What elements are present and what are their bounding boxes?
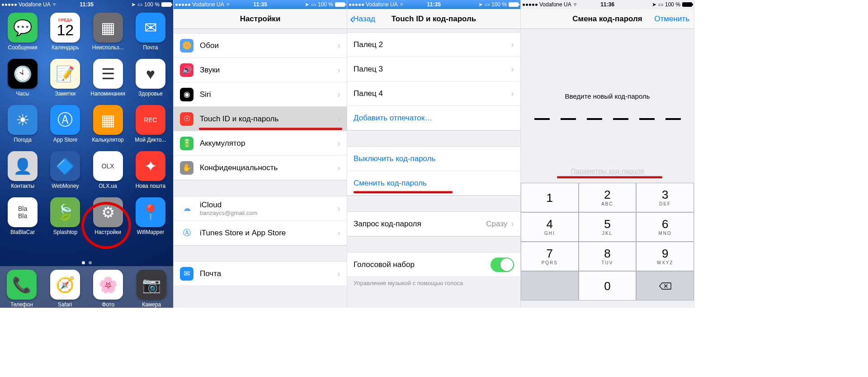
app-webmoney[interactable]: 🔷WebMoney xyxy=(45,151,85,189)
app-tile: Ⓐ xyxy=(50,105,80,135)
nav-bar: Настройки xyxy=(174,9,347,29)
app-label: Телефон xyxy=(10,301,33,308)
app-tile: ▦ xyxy=(93,13,123,43)
app-label: Погода xyxy=(14,137,32,143)
passcode-request-row[interactable]: Запрос код-пароля Сразу › xyxy=(347,212,520,236)
app-label: Заметки xyxy=(55,91,75,97)
keypad-delete[interactable] xyxy=(636,271,694,301)
fingerprint-row[interactable]: Палец 4› xyxy=(347,81,520,106)
settings-row-siri[interactable]: ◉Siri› xyxy=(174,82,347,107)
keypad-key-8[interactable]: 8TUV xyxy=(579,242,637,271)
keypad-key-3[interactable]: 3DEF xyxy=(636,183,694,212)
row-icon: ☁ xyxy=(180,202,193,215)
app-tile: ☰ xyxy=(93,59,123,89)
orientation-icon: ▭ xyxy=(137,1,142,8)
keypad-key-6[interactable]: 6MNO xyxy=(636,212,694,242)
row-label: Аккумулятор xyxy=(200,139,337,148)
app-tile: ✦ xyxy=(136,151,165,181)
app-tile: Bla Bla xyxy=(8,197,38,227)
settings-row-почта[interactable]: ✉Почта› xyxy=(174,262,347,286)
orientation-icon: ▭ xyxy=(311,1,316,8)
app-label: BlaBlaCar xyxy=(10,229,35,235)
app-label: Калькулятор xyxy=(92,137,124,143)
voice-dial-row[interactable]: Голосовой набор xyxy=(347,253,520,277)
turn-off-passcode-row[interactable]: Выключить код-пароль xyxy=(347,147,520,171)
location-icon: ➤ xyxy=(478,1,483,8)
cancel-button[interactable]: Отменить xyxy=(654,9,689,29)
app-мой-дикто-[interactable]: RECМой Дикто... xyxy=(131,105,170,143)
orientation-icon: ▭ xyxy=(485,1,490,8)
app-настройки[interactable]: ⚙Настройки xyxy=(88,197,128,235)
settings-row-конфиденциальность[interactable]: ✋Конфиденциальность› xyxy=(174,156,347,180)
page-title: Настройки xyxy=(240,14,281,24)
settings-row-touch-id-и-код-пароль[interactable]: ☉Touch ID и код-пароль› xyxy=(174,107,347,131)
keypad-key-4[interactable]: 4GHI xyxy=(521,212,579,242)
keypad-key-7[interactable]: 7PQRS xyxy=(521,242,579,271)
app-tile: ⚙ xyxy=(93,197,123,227)
app-напоминания[interactable]: ☰Напоминания xyxy=(88,59,128,97)
fingerprint-label: Палец 4 xyxy=(354,89,511,98)
app-tile: ☀ xyxy=(8,105,38,135)
app-контакты[interactable]: 👤Контакты xyxy=(3,151,42,189)
settings-row-itunes-store-и-app-store[interactable]: ⒶiTunes Store и App Store› xyxy=(174,221,347,245)
app-splashtop[interactable]: 🍃Splashtop xyxy=(45,197,85,235)
app-tile: 👤 xyxy=(8,151,38,181)
fingerprint-row[interactable]: Палец 3› xyxy=(347,57,520,81)
app-заметки[interactable]: 📝Заметки xyxy=(45,59,85,97)
settings-row-аккумулятор[interactable]: 🔋Аккумулятор› xyxy=(174,131,347,156)
app-app-store[interactable]: ⒶApp Store xyxy=(45,105,85,143)
page-title: Смена код-пароля xyxy=(572,14,642,24)
app-wifimapper[interactable]: 📍WifiMapper xyxy=(131,197,170,235)
settings-row-icloud[interactable]: ☁iCloudbanzaycs@gmail.com› xyxy=(174,196,347,221)
toggle-on[interactable] xyxy=(491,258,514,272)
passcode-options-link[interactable]: Параметры код-пароля xyxy=(571,167,644,175)
chevron-right-icon: › xyxy=(511,64,514,74)
app-label: WebMoney xyxy=(52,183,79,189)
app-здоровье[interactable]: ♥Здоровье xyxy=(131,59,170,97)
app-сообщения[interactable]: 💬Сообщения xyxy=(3,13,42,51)
keypad-key-2[interactable]: 2ABC xyxy=(579,183,637,212)
chevron-right-icon: › xyxy=(337,268,340,279)
app-телефон[interactable]: 📞Телефон xyxy=(7,270,37,308)
row-icon: 🌼 xyxy=(180,39,193,52)
app-почта[interactable]: ✉Почта xyxy=(131,13,170,51)
app-tile: 🔷 xyxy=(50,151,80,181)
settings-row-звуки[interactable]: 🔊Звуки› xyxy=(174,58,347,82)
app-tile: OLX xyxy=(93,151,123,181)
app-камера[interactable]: 📷Камера xyxy=(137,270,166,308)
back-button[interactable]: ‹ Назад xyxy=(350,9,375,29)
app-неиспольз-[interactable]: ▦Неиспольз... xyxy=(88,13,128,51)
settings-row-обои[interactable]: 🌼Обои› xyxy=(174,33,347,58)
app-olx-ua[interactable]: OLXOLX.ua xyxy=(88,151,128,189)
app-часы[interactable]: 🕙Часы xyxy=(3,59,42,97)
keypad-key-1[interactable]: 1 xyxy=(521,183,579,212)
fingerprint-row[interactable]: Палец 2› xyxy=(347,33,520,57)
keypad-key-9[interactable]: 9WXYZ xyxy=(636,242,694,271)
app-label: Safari xyxy=(58,301,72,308)
highlight-underline xyxy=(354,191,453,193)
settings-list: 🌼Обои›🔊Звуки›◉Siri›☉Touch ID и код-парол… xyxy=(174,33,347,180)
app-label: Фото xyxy=(102,301,115,308)
keypad-key-5[interactable]: 5JKL xyxy=(579,212,637,242)
chevron-right-icon: › xyxy=(337,203,340,214)
row-icon: 🔋 xyxy=(180,137,193,150)
app-tile: REC xyxy=(136,105,165,135)
keypad-key-0[interactable]: 0 xyxy=(579,271,637,301)
app-label: Мой Дикто... xyxy=(135,137,166,143)
app-погода[interactable]: ☀Погода xyxy=(3,105,42,143)
battery-pct: 100 % xyxy=(144,1,160,8)
row-label: Touch ID и код-пароль xyxy=(200,115,337,124)
app-blablacar[interactable]: Bla BlaBlaBlaCar xyxy=(3,197,42,235)
chevron-right-icon: › xyxy=(511,219,514,229)
app-калькулятор[interactable]: ▦Калькулятор xyxy=(88,105,128,143)
clock: 11:35 xyxy=(80,1,94,8)
app-safari[interactable]: 🧭Safari xyxy=(50,270,80,308)
app-фото[interactable]: 🌸Фото xyxy=(93,270,123,308)
app-tile: 💬 xyxy=(8,13,38,43)
app-label: OLX.ua xyxy=(99,183,117,189)
add-fingerprint-row[interactable]: Добавить отпечаток… xyxy=(347,106,520,130)
battery-icon xyxy=(509,2,519,7)
change-passcode-row[interactable]: Сменить код-пароль xyxy=(347,171,520,196)
app-нова-пошта[interactable]: ✦Нова пошта xyxy=(131,151,170,189)
app-календарь[interactable]: СРЕДА12Календарь xyxy=(45,13,85,51)
